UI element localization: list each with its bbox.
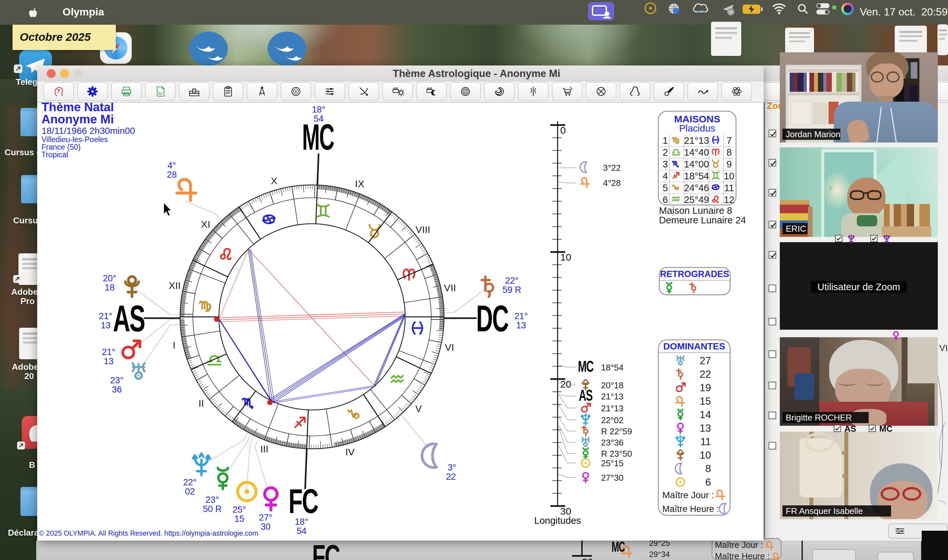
svg-text:36: 36 (112, 385, 122, 394)
svg-text:XI: XI (201, 219, 210, 230)
svg-text:20: 20 (560, 379, 571, 389)
svg-text:18°54: 18°54 (684, 171, 709, 181)
svg-text:R 22°59: R 22°59 (601, 426, 632, 436)
svg-text:23°: 23° (110, 375, 124, 385)
svg-text:1: 1 (193, 89, 195, 93)
svg-text:Thème Natal: Thème Natal (42, 103, 114, 114)
svg-text:21°13: 21°13 (601, 403, 623, 413)
svg-text:18/11/1966 2h30min00: 18/11/1966 2h30min00 (42, 126, 135, 136)
svg-text:22°: 22° (183, 477, 197, 487)
svg-text:21°13: 21°13 (684, 135, 709, 146)
svg-text:54: 54 (314, 114, 324, 124)
svg-text:6: 6 (663, 194, 668, 205)
svg-text:21°: 21° (102, 347, 116, 357)
svg-text:10: 10 (724, 171, 734, 181)
svg-text:Placidus: Placidus (679, 123, 715, 134)
svg-text:18°: 18° (312, 105, 325, 114)
svg-text:VI: VI (445, 342, 454, 353)
svg-text:1: 1 (663, 135, 668, 146)
svg-text:28: 28 (167, 170, 177, 180)
svg-text:VIII: VIII (415, 224, 430, 235)
svg-text:5: 5 (663, 183, 668, 193)
svg-text:25°49: 25°49 (684, 194, 709, 205)
svg-text:X: X (271, 175, 277, 186)
svg-text:III: III (261, 443, 268, 454)
svg-text:10: 10 (700, 449, 711, 461)
svg-text:Maison Lunaire 8: Maison Lunaire 8 (659, 205, 732, 216)
svg-text:2: 2 (663, 147, 668, 158)
svg-text:27°30: 27°30 (601, 473, 623, 483)
svg-text:I: I (173, 340, 176, 351)
svg-text:13: 13 (104, 356, 114, 366)
svg-text:59 R: 59 R (502, 285, 521, 295)
svg-text:22: 22 (446, 472, 456, 482)
svg-text:3: 3 (663, 159, 668, 169)
svg-text:12: 12 (724, 194, 734, 205)
svg-text:Longitudes: Longitudes (534, 515, 581, 526)
svg-text:25°15: 25°15 (601, 458, 623, 468)
svg-text:20°18: 20°18 (601, 380, 623, 390)
svg-text:II: II (199, 398, 204, 409)
svg-text:22°: 22° (505, 276, 519, 286)
svg-text:XII: XII (168, 280, 181, 291)
svg-text:A4: A4 (158, 92, 162, 95)
svg-text:8: 8 (705, 463, 711, 474)
svg-text:18°54: 18°54 (601, 363, 623, 372)
svg-text:VII: VII (444, 282, 456, 293)
svg-text:Demeure Lunaire 24: Demeure Lunaire 24 (659, 215, 746, 225)
svg-text:IX: IX (355, 178, 364, 189)
svg-text:DOMINANTES: DOMINANTES (663, 341, 725, 351)
svg-text:50 R: 50 R (203, 504, 222, 514)
svg-text:21°: 21° (515, 311, 528, 321)
svg-text:0: 0 (560, 125, 566, 135)
svg-text:13: 13 (516, 320, 526, 330)
svg-text:15: 15 (700, 395, 711, 407)
svg-text:25°: 25° (233, 505, 246, 515)
svg-text:IV: IV (345, 446, 355, 457)
svg-text:14°00: 14°00 (684, 159, 709, 169)
svg-text:Tropical: Tropical (42, 150, 68, 159)
svg-text:54: 54 (297, 526, 307, 536)
svg-text:38: 38 (728, 10, 733, 14)
svg-text:MC: MC (578, 357, 594, 375)
svg-text:21°: 21° (99, 311, 113, 321)
svg-text:R 23°50: R 23°50 (601, 449, 632, 458)
svg-text:V: V (415, 403, 422, 414)
svg-text:DC: DC (476, 297, 508, 339)
svg-text:Maître Jour :: Maître Jour : (662, 490, 714, 500)
svg-text:AS: AS (113, 297, 145, 339)
svg-text:4°28: 4°28 (603, 178, 621, 188)
svg-text:3°: 3° (448, 463, 456, 472)
svg-text:3°22: 3°22 (603, 163, 621, 173)
svg-text:27°: 27° (259, 512, 273, 523)
svg-text:11: 11 (724, 183, 734, 193)
svg-text:4: 4 (663, 171, 668, 181)
svg-text:21°13: 21°13 (601, 392, 623, 402)
svg-text:Anonyme Mi: Anonyme Mi (42, 112, 114, 126)
svg-text:10: 10 (560, 252, 571, 263)
svg-text:18°: 18° (295, 517, 308, 527)
svg-text:13: 13 (700, 423, 711, 434)
svg-text:22°02: 22°02 (601, 415, 623, 425)
svg-text:27: 27 (700, 355, 711, 366)
svg-text:24°46: 24°46 (684, 183, 709, 193)
svg-text:23°: 23° (206, 495, 219, 505)
svg-text:18: 18 (105, 283, 114, 292)
svg-text:23°36: 23°36 (601, 438, 623, 448)
svg-text:11: 11 (700, 436, 711, 448)
svg-text:7: 7 (726, 135, 732, 146)
svg-text:02: 02 (185, 487, 195, 497)
svg-text:6: 6 (705, 477, 711, 488)
svg-text:8: 8 (726, 147, 732, 158)
svg-text:AS: AS (579, 386, 592, 404)
svg-text:14°40: 14°40 (684, 147, 709, 158)
svg-text:9: 9 (726, 159, 732, 169)
svg-text:RETROGRADES: RETROGRADES (660, 269, 729, 279)
svg-text:© 2025 OLYMPIA. All Rights Res: © 2025 OLYMPIA. All Rights Reserved. htt… (39, 529, 258, 537)
svg-text:15: 15 (234, 514, 244, 524)
svg-text:13: 13 (101, 320, 111, 330)
svg-text:Maître Heure :: Maître Heure : (662, 504, 719, 514)
svg-text:19: 19 (700, 382, 711, 394)
svg-text:14: 14 (700, 409, 711, 420)
svg-text:22: 22 (700, 369, 711, 380)
